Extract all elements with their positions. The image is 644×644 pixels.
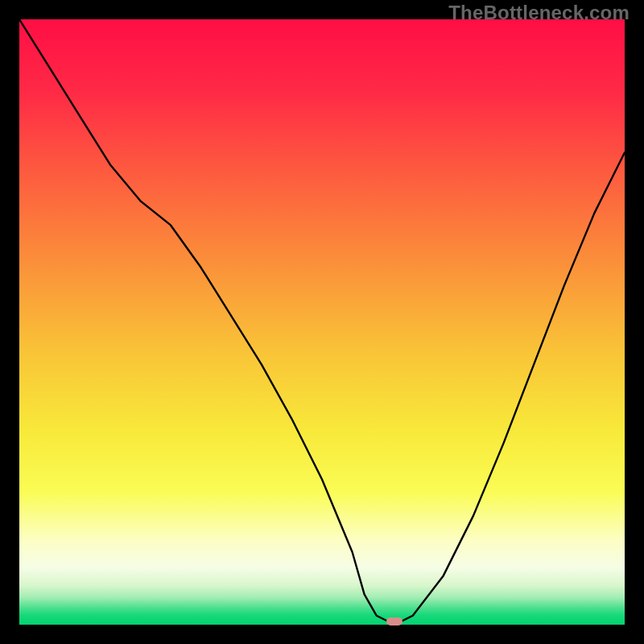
bottleneck-curve: [19, 19, 625, 625]
curve-path: [19, 19, 625, 621]
chart-frame: TheBottleneck.com: [0, 0, 644, 644]
watermark-text: TheBottleneck.com: [448, 2, 630, 24]
plot-area: [19, 19, 625, 625]
optimal-point-marker: [386, 617, 402, 625]
